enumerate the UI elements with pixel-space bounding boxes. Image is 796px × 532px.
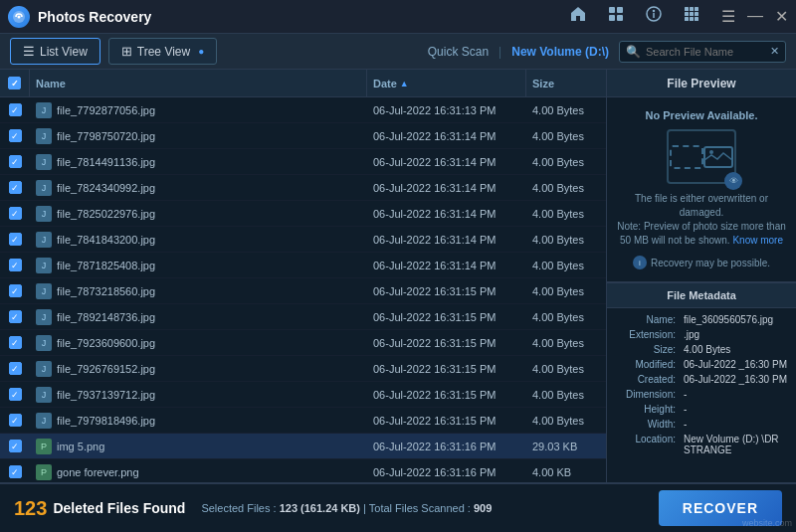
row-date: 06-Jul-2022 16:31:14 PM <box>367 123 526 148</box>
row-checkbox[interactable]: ✓ <box>0 304 30 329</box>
row-check-icon[interactable]: ✓ <box>9 233 22 246</box>
table-row[interactable]: ✓ J file_7825022976.jpg 06-Jul-2022 16:3… <box>0 201 606 227</box>
row-checkbox[interactable]: ✓ <box>0 253 30 277</box>
grid-icon[interactable] <box>606 4 626 29</box>
row-name: J file_7814491136.jpg <box>30 149 367 174</box>
row-check-icon[interactable]: ✓ <box>9 129 22 142</box>
row-size: 29.03 KB <box>526 434 606 458</box>
metadata-row: Height: - <box>607 402 796 417</box>
row-check-icon[interactable]: ✓ <box>9 259 22 271</box>
file-type-icon: J <box>36 335 52 351</box>
table-row[interactable]: ✓ J file_7824340992.jpg 06-Jul-2022 16:3… <box>0 175 606 201</box>
table-row[interactable]: ✓ J file_7814491136.jpg 06-Jul-2022 16:3… <box>0 149 606 175</box>
table-row[interactable]: ✓ J file_7892148736.jpg 06-Jul-2022 16:3… <box>0 304 606 330</box>
table-row[interactable]: ✓ J file_7873218560.jpg 06-Jul-2022 16:3… <box>0 278 606 304</box>
table-row[interactable]: ✓ J file_7923609600.jpg 06-Jul-2022 16:3… <box>0 330 606 356</box>
row-checkbox[interactable]: ✓ <box>0 382 30 407</box>
home-icon[interactable] <box>568 4 588 29</box>
meta-label: Height: <box>615 404 680 415</box>
row-check-icon[interactable]: ✓ <box>9 388 22 401</box>
svg-rect-17 <box>695 17 698 21</box>
table-row[interactable]: ✓ J file_7792877056.jpg 06-Jul-2022 16:3… <box>0 97 606 123</box>
app-icon <box>8 6 30 28</box>
svg-rect-11 <box>695 7 698 11</box>
row-checkbox[interactable]: ✓ <box>0 330 30 355</box>
row-checkbox[interactable]: ✓ <box>0 278 30 303</box>
row-checkbox[interactable]: ✓ <box>0 201 30 226</box>
search-input[interactable] <box>646 46 765 58</box>
row-check-icon[interactable]: ✓ <box>9 181 22 194</box>
preview-description: The file is either overwritten or damage… <box>617 192 786 248</box>
apps-icon[interactable] <box>682 4 701 29</box>
row-name: P img 5.png <box>30 434 367 458</box>
file-type-icon: J <box>36 361 52 377</box>
header-checkbox[interactable]: ✓ <box>0 70 30 96</box>
row-checkbox[interactable]: ✓ <box>0 175 30 200</box>
hamburger-icon[interactable]: ☰ <box>721 7 735 26</box>
toolbar-separator: | <box>498 45 501 59</box>
header-date[interactable]: Date ▲ <box>367 70 526 96</box>
select-all-checkbox[interactable]: ✓ <box>8 77 21 89</box>
row-check-icon[interactable]: ✓ <box>9 155 22 168</box>
row-checkbox[interactable]: ✓ <box>0 227 30 252</box>
row-checkbox[interactable]: ✓ <box>0 408 30 433</box>
tree-view-tab[interactable]: ⊞ Tree View ● <box>108 38 217 65</box>
row-checkbox[interactable]: ✓ <box>0 149 30 174</box>
table-row[interactable]: ✓ J file_7798750720.jpg 06-Jul-2022 16:3… <box>0 123 606 149</box>
row-check-icon[interactable]: ✓ <box>9 414 22 427</box>
row-size: 4.00 Bytes <box>526 304 606 329</box>
row-checkbox[interactable]: ✓ <box>0 434 30 458</box>
list-view-icon: ☰ <box>23 44 35 59</box>
table-row[interactable]: ✓ P gone forever.png 06-Jul-2022 16:31:1… <box>0 459 606 482</box>
row-check-icon[interactable]: ✓ <box>9 103 22 116</box>
row-date: 06-Jul-2022 16:31:15 PM <box>367 356 526 381</box>
table-row[interactable]: ✓ J file_7841843200.jpg 06-Jul-2022 16:3… <box>0 227 606 253</box>
row-name: J file_7798750720.jpg <box>30 123 367 148</box>
header-name[interactable]: Name <box>30 70 367 96</box>
volume-label[interactable]: New Volume (D:\) <box>511 45 609 59</box>
row-checkbox[interactable]: ✓ <box>0 123 30 148</box>
know-more-link[interactable]: Know more <box>732 235 783 246</box>
row-checkbox[interactable]: ✓ <box>0 459 30 482</box>
window-controls: ☰ — ✕ <box>721 7 788 26</box>
row-date: 06-Jul-2022 16:31:14 PM <box>367 175 526 200</box>
row-check-icon[interactable]: ✓ <box>9 362 22 375</box>
watermark: website.com <box>742 518 792 528</box>
table-row[interactable]: ✓ J file_7926769152.jpg 06-Jul-2022 16:3… <box>0 356 606 382</box>
recovery-possible: i Recovery may be possible. <box>633 256 770 269</box>
row-check-icon[interactable]: ✓ <box>9 284 22 297</box>
row-size: 4.00 Bytes <box>526 330 606 355</box>
count-number: 123 <box>14 497 47 520</box>
table-row[interactable]: ✓ J file_7937139712.jpg 06-Jul-2022 16:3… <box>0 382 606 408</box>
info-circle-icon: i <box>633 256 647 269</box>
meta-label: Modified: <box>615 359 680 370</box>
svg-point-8 <box>654 11 655 12</box>
svg-rect-13 <box>690 12 694 16</box>
header-size[interactable]: Size <box>526 70 606 96</box>
close-icon[interactable]: ✕ <box>775 7 788 26</box>
search-clear-button[interactable]: ✕ <box>770 45 779 58</box>
search-box: 🔍 ✕ <box>619 41 786 63</box>
info-icon[interactable] <box>644 4 664 29</box>
row-check-icon[interactable]: ✓ <box>9 207 22 220</box>
list-view-tab[interactable]: ☰ List View <box>10 38 100 65</box>
row-date: 06-Jul-2022 16:31:14 PM <box>367 201 526 226</box>
row-name: J file_7873218560.jpg <box>30 278 367 303</box>
status-line: Selected Files : 123 (161.24 KB) | Total… <box>201 501 492 515</box>
metadata-row: Location: New Volume (D:) \DR STRANGE <box>607 432 796 457</box>
file-type-icon: J <box>36 180 52 196</box>
table-row[interactable]: ✓ J file_7871825408.jpg 06-Jul-2022 16:3… <box>0 253 606 278</box>
row-checkbox[interactable]: ✓ <box>0 356 30 381</box>
row-date: 06-Jul-2022 16:31:14 PM <box>367 227 526 252</box>
row-check-icon[interactable]: ✓ <box>9 310 22 323</box>
meta-value: - <box>684 389 788 400</box>
found-count: 123 Deleted Files Found <box>14 497 185 520</box>
row-checkbox[interactable]: ✓ <box>0 97 30 122</box>
minimize-icon[interactable]: — <box>747 7 763 26</box>
row-check-icon[interactable]: ✓ <box>9 336 22 349</box>
row-check-icon[interactable]: ✓ <box>9 465 22 478</box>
table-row[interactable]: ✓ P img 5.png 06-Jul-2022 16:31:16 PM 29… <box>0 434 606 459</box>
row-check-icon[interactable]: ✓ <box>9 440 22 452</box>
table-row[interactable]: ✓ J file_7979818496.jpg 06-Jul-2022 16:3… <box>0 408 606 434</box>
eye-icon: 👁 <box>724 172 742 190</box>
